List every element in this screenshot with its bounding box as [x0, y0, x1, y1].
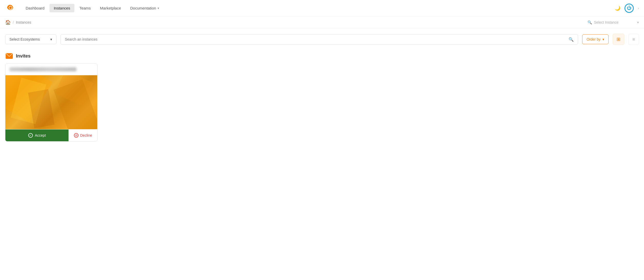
grid-view-icon: ⊞: [617, 36, 620, 42]
ecosystem-select-label: Select Ecosystems: [9, 37, 40, 41]
invite-card-header: [5, 64, 97, 75]
view-grid-button[interactable]: ⊞: [613, 34, 624, 45]
search-bar-container: 🔍: [61, 34, 578, 45]
order-by-label: Order by: [587, 37, 600, 41]
invites-section-title: Invites: [16, 53, 31, 59]
breadcrumb-instances: Instances: [16, 20, 31, 24]
invites-grid: ✓ Accept ⊘ Decline: [5, 63, 639, 142]
select-instance-chevron-icon: ▾: [637, 20, 639, 24]
nav-right: 🌙 ⏻ ›: [615, 4, 639, 13]
documentation-chevron-icon: ▾: [158, 6, 159, 10]
select-instance-placeholder: Select Instance: [594, 20, 619, 24]
power-button[interactable]: ⏻: [625, 4, 634, 13]
breadcrumb-separator: /: [13, 20, 14, 24]
list-view-icon: ≡: [632, 37, 635, 42]
accept-button[interactable]: ✓ Accept: [5, 129, 69, 141]
order-by-chevron-icon: ▾: [602, 37, 604, 41]
nav-marketplace[interactable]: Marketplace: [96, 4, 125, 12]
breadcrumb-right: 🔍 Select Instance ▾: [588, 20, 639, 24]
logo[interactable]: [5, 3, 22, 14]
home-icon[interactable]: 🏠: [5, 20, 11, 25]
content-area: Invites ✓ Accept ⊘ Decline: [0, 50, 644, 147]
search-input[interactable]: [65, 37, 566, 41]
invite-card-image: [5, 75, 97, 129]
filter-bar: Select Ecosystems ▾ 🔍 Order by ▾ ⊞ ≡: [0, 29, 644, 50]
decline-label: Decline: [80, 133, 92, 137]
theme-toggle-icon[interactable]: 🌙: [615, 5, 620, 11]
nav-dashboard[interactable]: Dashboard: [22, 4, 48, 12]
invite-card: ✓ Accept ⊘ Decline: [5, 63, 97, 142]
invites-section-header: Invites: [5, 53, 639, 59]
select-instance-search-icon: 🔍: [588, 20, 592, 24]
nav-instances[interactable]: Instances: [50, 4, 74, 12]
ecosystem-select[interactable]: Select Ecosystems ▾: [5, 34, 56, 44]
accept-icon: ✓: [28, 133, 33, 138]
nav-documentation[interactable]: Documentation ▾: [126, 4, 163, 12]
decline-icon: ⊘: [74, 133, 79, 138]
breadcrumb-bar: 🏠 / Instances 🔍 Select Instance ▾: [0, 16, 644, 29]
search-icon: 🔍: [569, 37, 574, 42]
invite-title-blurred: [9, 67, 76, 71]
nav-links: Dashboard Instances Teams Marketplace Do…: [22, 4, 615, 12]
decline-button[interactable]: ⊘ Decline: [69, 129, 97, 141]
nav-teams[interactable]: Teams: [75, 4, 95, 12]
invite-card-actions: ✓ Accept ⊘ Decline: [5, 129, 97, 141]
ecosystem-chevron-icon: ▾: [50, 37, 52, 41]
accept-label: Accept: [35, 133, 46, 137]
invites-envelope-icon: [5, 53, 13, 59]
user-menu-chevron-icon[interactable]: ›: [638, 7, 639, 10]
navbar: Dashboard Instances Teams Marketplace Do…: [0, 0, 644, 16]
order-by-button[interactable]: Order by ▾: [582, 34, 609, 44]
select-instance-dropdown[interactable]: 🔍 Select Instance ▾: [588, 20, 639, 24]
view-list-button[interactable]: ≡: [628, 34, 639, 45]
